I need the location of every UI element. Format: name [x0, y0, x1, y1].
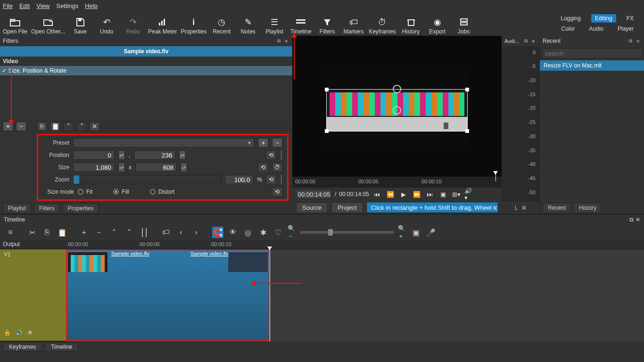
history-button[interactable]: History: [400, 12, 422, 35]
preset-combo[interactable]: ▾: [73, 138, 254, 148]
size-w-input[interactable]: [73, 163, 115, 172]
sizemode-fill-radio[interactable]: Fill: [113, 189, 129, 195]
menu-settings[interactable]: Settings: [56, 2, 78, 9]
tl-split-button[interactable]: ⎮⎮: [139, 227, 150, 238]
track-v1-lane[interactable]: Sample video.flv Sample video.flv: [66, 249, 644, 341]
tl-lift-button[interactable]: ˄: [108, 227, 120, 238]
jobs-button[interactable]: Jobs: [453, 12, 475, 35]
history-tab[interactable]: History: [574, 203, 602, 213]
position-y-input[interactable]: [134, 150, 175, 160]
tl-append-button[interactable]: ＋: [78, 227, 90, 238]
tab-playlist[interactable]: Playlist: [3, 203, 31, 214]
recent-tab[interactable]: Recent: [543, 203, 571, 213]
zoom-value-input[interactable]: [225, 175, 253, 184]
tl-scrub-button[interactable]: 👁: [227, 227, 239, 238]
track-hide-icon[interactable]: 👁: [27, 329, 33, 336]
track-v1-header[interactable]: V1 🔓 🔊 👁: [0, 249, 66, 341]
tab-properties[interactable]: Properties: [63, 203, 99, 214]
filters-undock-icon[interactable]: ⧉: [275, 38, 282, 44]
filters-close-icon[interactable]: ✕: [283, 38, 289, 44]
add-filter-button[interactable]: ＋: [3, 122, 13, 131]
output-row-header[interactable]: Output: [0, 240, 66, 249]
recent-undock-icon[interactable]: ⧉: [627, 38, 634, 44]
tl-ripple-markers-button[interactable]: ♡: [272, 227, 284, 238]
tl-ripple-all-button[interactable]: ✱: [257, 227, 269, 238]
tl-remove-button[interactable]: －: [93, 227, 105, 238]
sizemode-distort-radio[interactable]: Distort: [150, 189, 175, 195]
recent-item[interactable]: Resize FLV on Mac.mlt: [540, 60, 644, 71]
keyframes-button[interactable]: ⏱Keyframes: [369, 12, 396, 35]
tl-cut-button[interactable]: ✂: [26, 227, 38, 238]
recent-button[interactable]: ◷Recent: [210, 12, 233, 35]
mode-editing[interactable]: Editing: [591, 14, 616, 23]
transform-rectangle[interactable]: [326, 89, 468, 132]
tab-timeline[interactable]: Timeline: [45, 342, 78, 352]
position-reset-button[interactable]: ⟲: [266, 150, 276, 160]
recent-close-icon[interactable]: ✕: [635, 38, 641, 44]
zoom-fit-button[interactable]: ▣: [438, 189, 448, 199]
mode-player[interactable]: Player: [614, 25, 637, 33]
deselect-filter-button[interactable]: ✕: [90, 122, 100, 131]
copy-filter-button[interactable]: ⎘: [37, 122, 47, 131]
remove-filter-button[interactable]: －: [16, 122, 26, 131]
redo-button[interactable]: ↷Redo: [122, 12, 144, 35]
open-file-button[interactable]: Open File: [3, 12, 27, 35]
position-x-input[interactable]: [73, 150, 115, 160]
recent-search-input[interactable]: [542, 48, 642, 58]
playlist-button[interactable]: ☰Playlist: [263, 12, 286, 35]
menu-file[interactable]: File: [3, 2, 13, 9]
timeline-ruler[interactable]: 00:00:00 00:00:05 00:00:10: [66, 240, 644, 249]
tab-filters[interactable]: Filters: [34, 203, 60, 214]
skip-next-button[interactable]: ⏭: [425, 189, 435, 199]
size-reset-button[interactable]: ⟲: [258, 163, 268, 172]
filter-item-size-pos-rotate[interactable]: ✓ Size, Position & Rotate: [0, 66, 292, 75]
tl-marker-button[interactable]: 🏷: [160, 227, 172, 238]
zoom-slider[interactable]: [73, 175, 221, 184]
tl-zoom-fit-button[interactable]: ▣: [410, 227, 421, 238]
sizemode-reset-button[interactable]: ⟲: [272, 187, 282, 197]
tl-ripple-button[interactable]: ◎: [242, 227, 254, 238]
tl-copy-button[interactable]: ⎘: [41, 227, 53, 238]
tl-prev-marker-button[interactable]: ‹: [175, 227, 187, 238]
audio-close-icon[interactable]: ✕: [530, 38, 537, 44]
tab-keyframes[interactable]: Keyframes: [3, 342, 42, 352]
peak-meter-button[interactable]: Peak Meter: [148, 12, 177, 35]
timeline-playhead[interactable]: [270, 249, 270, 341]
size-w-spin[interactable]: ▴▾: [118, 163, 125, 172]
track-mute-icon[interactable]: 🔊: [16, 329, 23, 336]
fast-forward-button[interactable]: ⏩: [412, 189, 422, 199]
open-other-button[interactable]: +Open Other...: [31, 12, 65, 35]
track-lock-icon[interactable]: 🔓: [4, 329, 11, 336]
source-tab[interactable]: Source: [296, 202, 328, 213]
position-x-spin[interactable]: ▴▾: [118, 150, 125, 160]
preview-time-ruler[interactable]: 00:00:00 00:00:05 00:00:10: [292, 176, 502, 188]
properties-button[interactable]: iProperties: [181, 12, 206, 35]
rewind-button[interactable]: ⏪: [385, 189, 396, 199]
export-button[interactable]: ◉Export: [426, 12, 449, 35]
skip-prev-button[interactable]: ⏮: [372, 189, 382, 199]
project-tab[interactable]: Project: [331, 202, 363, 213]
tl-next-marker-button[interactable]: ›: [190, 227, 202, 238]
timeline-close-icon[interactable]: ✕: [636, 216, 640, 223]
undo-button[interactable]: ↶Undo: [95, 12, 118, 35]
save-button[interactable]: Save: [69, 12, 91, 35]
size-h-input[interactable]: [135, 163, 177, 172]
size-h-spin[interactable]: ▴▾: [181, 163, 187, 172]
hint-bar[interactable]: Click in rectangle + hold Shift to drag,…: [367, 202, 498, 213]
mode-audio[interactable]: Audio: [585, 25, 607, 33]
timeline-undock-icon[interactable]: ⧉: [629, 216, 634, 223]
timecode-display[interactable]: 00:00:14:05: [296, 189, 332, 199]
paste-filter-button[interactable]: 📋: [50, 122, 60, 131]
preset-save-button[interactable]: ＋: [258, 138, 268, 148]
mode-color[interactable]: Color: [558, 25, 579, 33]
sizemode-fit-radio[interactable]: Fit: [78, 189, 92, 195]
menu-view[interactable]: View: [36, 2, 50, 9]
play-button[interactable]: ▶: [398, 189, 409, 199]
move-filter-down-button[interactable]: ˅: [76, 122, 87, 131]
preset-delete-button[interactable]: －: [272, 138, 282, 148]
timeline-clip[interactable]: Sample video.flv Sample video.flv: [66, 249, 270, 341]
timeline-button[interactable]: Timeline: [289, 12, 312, 35]
tl-zoom-slider[interactable]: [300, 231, 394, 234]
notes-button[interactable]: ✎Notes: [237, 12, 259, 35]
tl-zoom-in-button[interactable]: 🔍＋: [398, 228, 406, 237]
